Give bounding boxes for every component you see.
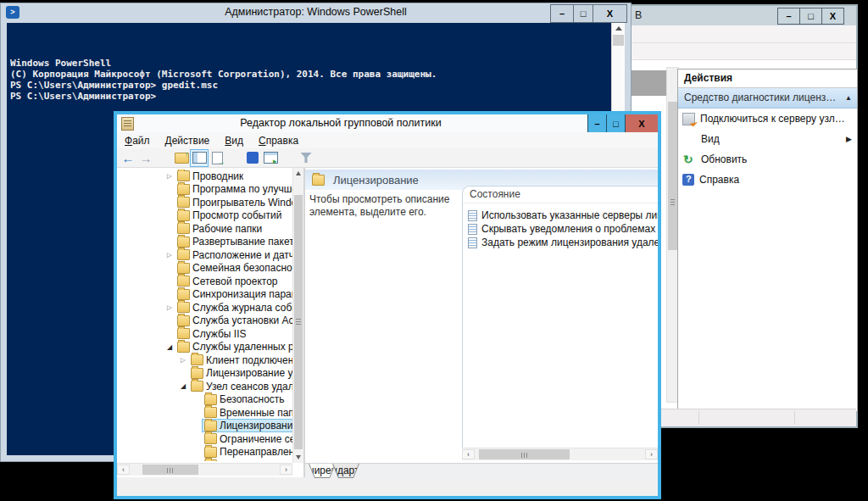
tree-item[interactable]: Просмотр событий: [117, 209, 292, 223]
tab-standard[interactable]: Стандартный: [332, 464, 359, 478]
help-icon: [682, 174, 694, 186]
tree-item[interactable]: Программа по улучшению качества ПО: [117, 183, 292, 197]
tree-expander-icon[interactable]: ◢: [181, 380, 188, 392]
toolbar-button[interactable]: [155, 150, 172, 166]
tree-item[interactable]: Лицензирование: [117, 420, 292, 433]
tree-horizontal-scrollbar[interactable]: ‹ ›: [117, 463, 292, 476]
action-item-label: Справка: [699, 174, 857, 186]
toolbar-button[interactable]: [137, 150, 154, 166]
column-header-state[interactable]: Состояние: [463, 186, 658, 203]
settings-pane-title: Лицензирование: [333, 174, 419, 186]
menu-item[interactable]: Файл: [117, 135, 158, 147]
folder-icon: [312, 175, 325, 186]
tree-expander-icon[interactable]: ▷: [181, 353, 188, 366]
policy-setting-icon: [468, 210, 477, 221]
policy-setting-row[interactable]: Скрывать уведомления о проблемах лицензи…: [463, 222, 658, 236]
scrollbar-thumb[interactable]: [142, 465, 198, 475]
action-item[interactable]: Справка: [678, 170, 857, 190]
tree-item[interactable]: Развертывание пакета приложения: [117, 236, 292, 249]
tree-item[interactable]: ◢ Узел сеансов удаленных рабочих столов: [117, 380, 292, 393]
minimize-button[interactable]: –: [587, 114, 606, 132]
actions-section-header[interactable]: Средство диагностики лицензирования удал…: [678, 88, 857, 109]
toolbar-button[interactable]: [298, 150, 314, 166]
close-button[interactable]: X: [625, 114, 658, 132]
toolbar-button[interactable]: [226, 150, 243, 166]
action-item[interactable]: Обновить: [678, 149, 857, 170]
settings-horizontal-scrollbar[interactable]: ‹ ›: [462, 448, 658, 460]
tree-item[interactable]: Проигрыватель Windows Media: [117, 196, 292, 209]
maximize-button[interactable]: □: [799, 8, 822, 25]
maximize-button[interactable]: □: [606, 114, 625, 132]
action-item[interactable]: Вид ▶: [678, 129, 857, 149]
tree-item[interactable]: Ограничение сеансов по времени: [117, 432, 292, 446]
tree-item[interactable]: Рабочие папки: [117, 222, 292, 236]
tree-item[interactable]: Службы IIS: [117, 327, 292, 341]
tree-item[interactable]: ◢ Службы удаленных рабочих столов: [117, 341, 292, 354]
scrollbar-thumb[interactable]: [613, 35, 624, 46]
close-button[interactable]: X: [821, 8, 844, 25]
collapse-icon[interactable]: ▲: [845, 88, 852, 108]
toolbar-button[interactable]: [280, 150, 297, 166]
tree-item[interactable]: ▷ Клиент подключения к удаленному рабоче…: [117, 353, 292, 367]
scroll-down-icon[interactable]: [296, 455, 301, 459]
folder-icon: [204, 433, 217, 444]
scrollbar-thumb[interactable]: [479, 449, 570, 459]
action-item[interactable]: Подключиться к серверу узла сеансов удал…: [678, 109, 857, 129]
maximize-button[interactable]: □: [573, 4, 593, 23]
gpedit-titlebar[interactable]: Редактор локальной групповой политики – …: [117, 114, 658, 132]
scroll-right-icon[interactable]: ›: [645, 449, 658, 459]
menu-item[interactable]: Справка: [251, 135, 306, 147]
scroll-left-icon[interactable]: ‹: [462, 449, 475, 459]
menu-item[interactable]: Действие: [158, 135, 218, 147]
toolbar-button[interactable]: [120, 150, 136, 166]
tree-vertical-scrollbar[interactable]: [292, 168, 303, 463]
minimize-button[interactable]: –: [777, 8, 800, 25]
tree-item[interactable]: Подключения: [117, 459, 292, 461]
tree-item[interactable]: Сетевой проектор: [117, 275, 292, 288]
tree-item[interactable]: ▷ Проводник: [117, 170, 292, 183]
policy-setting-row[interactable]: Использовать указанные серверы лицензиро…: [463, 209, 658, 222]
toolbar-button[interactable]: [191, 150, 208, 166]
tree-item[interactable]: ▷ Расположение и датчики: [117, 248, 292, 262]
menu-item[interactable]: Вид: [217, 135, 251, 147]
gpedit-menubar: Файл Действие Вид Справка: [117, 132, 658, 149]
toolbar-button[interactable]: [209, 150, 225, 166]
toolbar-button[interactable]: [262, 150, 279, 166]
tree-item[interactable]: Перенаправление принтеров: [117, 446, 292, 459]
tree-item[interactable]: Безопасность: [117, 393, 292, 407]
folder-icon: [177, 249, 190, 260]
scroll-right-icon[interactable]: ›: [280, 465, 292, 475]
tree-item-label: Безопасность: [220, 393, 285, 405]
folder-icon: [177, 263, 190, 274]
tree-item[interactable]: Семейная безопасность: [117, 262, 292, 276]
tree-expander-icon[interactable]: ▷: [167, 301, 175, 314]
tree-item[interactable]: Временные папки: [117, 406, 292, 420]
tree-item[interactable]: ▷ Служба журнала событий Windows: [117, 301, 292, 315]
scrollbar-thumb[interactable]: [294, 195, 303, 449]
tree-expander-icon[interactable]: ▷: [167, 170, 175, 182]
forward-icon: [140, 151, 153, 165]
tree-item[interactable]: Синхронизация параметров: [117, 288, 292, 302]
toolbar-button[interactable]: [244, 150, 261, 166]
scroll-up-icon[interactable]: [615, 26, 622, 31]
up-icon: [175, 153, 189, 164]
scrollbar-thumb[interactable]: [668, 102, 677, 250]
folder-icon: [177, 315, 190, 326]
toolbar-button[interactable]: [173, 150, 190, 166]
tree-expander-icon[interactable]: ▷: [167, 248, 175, 261]
tree-item-label: Клиент подключения к удаленному рабочему…: [206, 354, 292, 366]
close-button[interactable]: X: [593, 4, 627, 23]
folder-icon: [177, 184, 190, 195]
powershell-titlebar[interactable]: > Администратор: Windows PowerShell – □ …: [1, 3, 631, 22]
policy-setting-row[interactable]: Задать режим лицензирования удаленных ра…: [463, 236, 658, 249]
selection-hint: Чтобы просмотреть описание элемента, выд…: [309, 193, 458, 219]
scroll-left-icon[interactable]: ‹: [117, 465, 130, 475]
tree-expander-icon[interactable]: ◢: [167, 341, 175, 353]
scroll-up-icon[interactable]: [296, 171, 301, 175]
minimize-button[interactable]: –: [550, 4, 574, 23]
tree-item[interactable]: Лицензирование удаленных рабочих столов: [117, 367, 292, 381]
tab-extended[interactable]: Расширенный: [309, 464, 336, 478]
console-line: PS C:\Users\Администратор>: [10, 91, 609, 102]
tree-item-label: Лицензирование удаленных рабочих столов: [206, 367, 292, 379]
tree-item[interactable]: Служба установки ActiveX: [117, 315, 292, 328]
